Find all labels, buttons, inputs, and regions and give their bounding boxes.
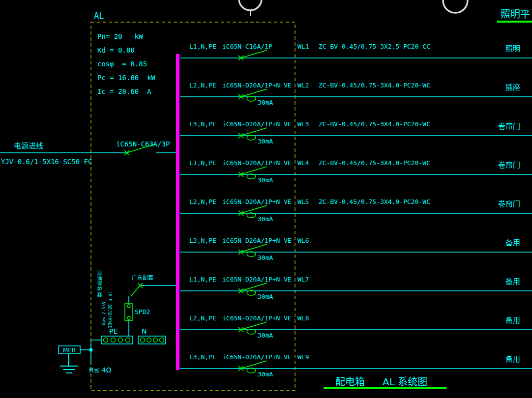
circuit-cable-spec: ZC-BV-0.45/0.75-3X4.0-PC20-WC — [319, 159, 430, 167]
panel-param: Ic = 28.60 A — [97, 85, 155, 98]
panel-name-label: AL — [94, 11, 104, 21]
circuit-breaker-spec: iC65N-D20A/1P+N VE — [222, 198, 292, 205]
circuit-breaker-spec: iC65N-D20A/1P+N VE — [222, 276, 292, 283]
circuit-row-WL6: L3,N,PEiC65N-D20A/1P+N VEWL6备用30mA — [0, 237, 532, 271]
circuit-row-WL8: L2,N,PEiC65N-D20A/1P+N VEWL8备用30mA — [0, 314, 532, 349]
circuit-row-WL5: L2,N,PEiC65N-D20A/1P+N VEWL5ZC-BV-0.45/0… — [0, 198, 532, 232]
circuit-phase: L1,N,PE — [189, 43, 216, 50]
circuit-breaker-spec: iC65N-D20A/1P+N VE — [222, 314, 292, 322]
incoming-feed-label: 电源进线 — [14, 140, 43, 150]
sheet-title-partial: 照明平 — [501, 6, 530, 21]
circuit-row-WL3: L3,N,PEiC65N-D20A/1P+N VEWL3ZC-BV-0.45/0… — [0, 120, 532, 155]
rcd-rating: 30mA — [258, 99, 273, 106]
circuit-usage: 备用 — [505, 353, 520, 364]
circuit-row-WL7: L1,N,PEiC65N-D20A/1P+N VEWL7备用30mA — [0, 276, 532, 310]
rcd-rating: 30mA — [258, 138, 273, 145]
circuit-row-WL9: L3,N,PEiC65N-D20A/1P+N VEWL9备用30mA — [0, 353, 532, 388]
rcd-rating: 30mA — [258, 254, 273, 261]
circuit-phase: L1,N,PE — [189, 159, 216, 167]
circuit-breaker-spec: iC65N-D20A/1P+N VE — [222, 82, 292, 89]
circuit-cable-spec: ZC-BV-0.45/0.75-3X4.0-PC20-WC — [319, 82, 430, 89]
rcd-rating: 30mA — [258, 370, 273, 378]
circuit-id: WL1 — [297, 43, 309, 50]
circuit-usage: 卷帘门 — [498, 120, 520, 131]
incoming-cable-spec: YJV-0.6/1-5X16-SC50-FC — [1, 158, 92, 166]
pe-bar-label: PE — [109, 327, 118, 335]
circuit-usage: 插座 — [505, 82, 520, 92]
circuit-usage: 照明 — [505, 43, 520, 53]
circuit-id: WL9 — [297, 353, 309, 361]
spd-device-label: SPD2 — [135, 308, 150, 315]
circuit-id: WL6 — [297, 237, 309, 244]
circuit-phase: L3,N,PE — [189, 237, 216, 244]
grid-bubble-1 — [239, 0, 262, 16]
spd-spec-voltage: Up≤ 2.5kV — [101, 301, 106, 325]
circuit-id: WL7 — [297, 276, 309, 283]
circuit-row-WL1: L1,N,PEiC65N-C16A/1PWL1ZC-BV-0.45/0.75-3… — [0, 43, 532, 77]
circuit-breaker-spec: iC65N-C16A/1P — [222, 43, 272, 50]
main-breaker-spec: iC65N-C63A/3P — [116, 140, 170, 148]
panel-param: cosφ = 0.85 — [97, 57, 155, 71]
circuit-id: WL2 — [297, 82, 309, 89]
spd-vertical-label: 浪涌保护器 — [95, 270, 103, 297]
footer-diagram-title: AL 系统图 — [383, 374, 427, 388]
circuit-cable-spec: ZC-BV-0.45/0.75-3X4.0-PC20-WC — [319, 198, 430, 205]
circuit-cable-spec: ZC-BV-0.45/0.75-3X4.0-PC20-WC — [319, 120, 430, 128]
circuit-usage: 备用 — [505, 237, 520, 247]
circuit-row-WL2: L2,N,PEiC65N-D20A/1P+N VEWL2ZC-BV-0.45/0… — [0, 82, 532, 116]
panel-param: Pn= 20 kW — [97, 29, 155, 43]
rcd-rating: 30mA — [258, 332, 273, 339]
circuit-phase: L1,N,PE — [189, 276, 216, 283]
panel-param: Kd = 0.80 — [97, 43, 155, 57]
spd-note-label: 广东配套 — [132, 273, 153, 281]
circuit-usage: 备用 — [505, 314, 520, 325]
circuit-id: WL8 — [297, 314, 309, 322]
circuit-id: WL4 — [297, 159, 309, 167]
panel-param: Pc = 16.00 kW — [97, 71, 155, 85]
rcd-rating: 30mA — [258, 215, 273, 223]
circuit-usage: 备用 — [505, 276, 520, 286]
n-bar-label: N — [142, 327, 147, 335]
grid-bubble-2 — [443, 0, 468, 13]
circuit-phase: L3,N,PE — [189, 353, 216, 361]
footer-panel-label: 配电箱 — [335, 374, 365, 388]
title-underline — [497, 21, 532, 23]
circuit-usage: 卷帘门 — [498, 198, 520, 208]
rcd-rating: 30mA — [258, 293, 273, 300]
spd-spec-current: 10kA(8/20 μ s) — [108, 291, 113, 328]
circuit-phase: L2,N,PE — [189, 314, 216, 322]
circuit-breaker-spec: iC65N-D20A/1P+N VE — [222, 120, 292, 128]
circuit-phase: L2,N,PE — [189, 198, 216, 205]
meb-label: MEB — [59, 347, 80, 354]
rcd-rating: 30mA — [258, 176, 273, 184]
circuit-usage: 卷帘门 — [498, 159, 520, 170]
circuit-id: WL5 — [297, 198, 309, 205]
circuit-phase: L2,N,PE — [189, 82, 216, 89]
circuit-breaker-spec: iC65N-D20A/1P+N VE — [222, 159, 292, 167]
circuit-breaker-spec: iC65N-D20A/1P+N VE — [222, 353, 292, 361]
earth-resistance-label: R≤ 4Ω — [89, 366, 112, 374]
circuit-phase: L3,N,PE — [189, 120, 216, 128]
panel-params: Pn= 20 kWKd = 0.80cosφ = 0.85Pc = 16.00 … — [97, 29, 155, 98]
circuit-breaker-spec: iC65N-D20A/1P+N VE — [222, 237, 292, 244]
drawing-canvas: L1,N,PEiC65N-C16A/1PWL1ZC-BV-0.45/0.75-3… — [0, 0, 532, 398]
circuit-cable-spec: ZC-BV-0.45/0.75-3X2.5-PC20-CC — [319, 43, 430, 50]
circuit-id: WL3 — [297, 120, 309, 128]
